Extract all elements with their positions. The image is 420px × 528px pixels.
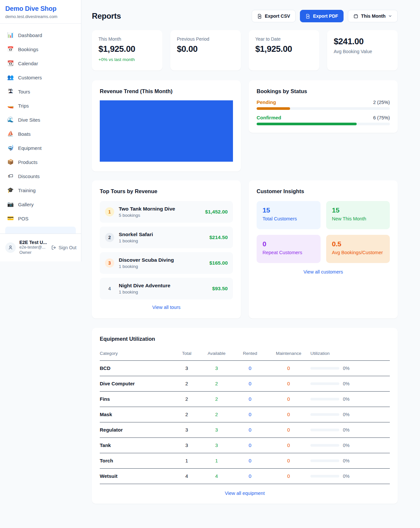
col-header-utilization: Utilization [310,348,390,361]
cell-rented: 0 [233,361,267,376]
utilization-percent: 0% [343,381,349,386]
col-header-rented: Rented [233,348,267,361]
utilization-percent: 0% [343,427,349,433]
utilization-bar [310,459,339,462]
customer-insights-card: Customer Insights 15 Total Customers 15 … [249,180,398,318]
table-row: Dive Computer 2 2 0 0 0% [100,376,390,392]
sign-out-button[interactable]: Sign Out [51,245,76,250]
stat-label: This Month [98,36,156,42]
tour-name: Two Tank Morning Dive [119,206,200,212]
sidebar-item-label: Bookings [18,47,38,52]
tour-row[interactable]: 4 Night Dive Adventure 1 booking $93.50 [100,278,233,299]
calendar-icon: 📆 [7,61,14,66]
sidebar-item[interactable]: ⛵ Boats [3,128,78,140]
tag-icon: 🏷 [7,173,14,179]
cell-available: 2 [200,392,233,407]
equipment-utilization-card: Equipment Utilization Category Total Ava… [92,328,398,504]
col-header-maintenance: Maintenance [267,348,310,361]
tour-amount: $165.00 [209,260,228,266]
person-icon [8,245,13,250]
graduation-cap-icon: 🎓 [7,188,14,193]
cell-utilization: 0% [310,453,390,469]
cell-total: 2 [174,392,200,407]
view-all-customers-link[interactable]: View all customers [304,269,343,274]
sidebar-item[interactable]: 👥 Customers [3,71,78,83]
tour-info: Night Dive Adventure 1 booking [119,283,208,294]
tour-row[interactable]: 2 Snorkel Safari 1 booking $214.50 [100,227,233,248]
sidebar-item[interactable]: 📅 Bookings [3,43,78,55]
stat-value: $1,925.00 [98,44,156,54]
status-bar-track [257,123,390,125]
view-all-tours-link[interactable]: View all tours [152,305,180,310]
utilization-bar [310,382,339,385]
sidebar-item[interactable]: 📷 Gallery [3,198,78,210]
cell-maintenance: 0 [267,361,310,376]
sidebar-item[interactable]: 💳 POS [3,213,78,224]
sidebar-item[interactable]: 📆 Calendar [3,57,78,69]
sidebar-item[interactable]: 🏝 Tours [3,86,78,97]
tour-bookings: 1 booking [119,290,208,294]
cell-utilization: 0% [310,407,390,422]
table-row: Torch 1 1 0 0 0% [100,453,390,469]
card-title: Equipment Utilization [100,336,390,342]
cell-total: 3 [174,422,200,438]
rank-badge: 3 [105,258,114,268]
insight-value: 0 [262,240,315,248]
utilization-bar [310,475,339,477]
cell-available: 2 [200,407,233,422]
sidebar-item[interactable]: 📊 Dashboard [3,29,78,41]
sign-out-icon [51,245,56,250]
cell-maintenance: 0 [267,407,310,422]
cell-utilization: 0% [310,422,390,438]
cell-category: Dive Computer [100,376,174,392]
sidebar-item-label: Gallery [18,202,34,207]
shop-name: Demo Dive Shop [5,5,76,12]
card-title: Bookings by Status [257,88,390,94]
tour-row[interactable]: 1 Two Tank Morning Dive 5 bookings $1,45… [100,201,233,223]
cell-maintenance: 0 [267,438,310,453]
tour-amount: $214.50 [209,234,228,240]
export-pdf-button[interactable]: Export PDF [300,10,344,22]
tour-name: Night Dive Adventure [119,283,208,289]
tour-row[interactable]: 3 Discover Scuba Diving 1 booking $165.0… [100,252,233,274]
sidebar-item-label: Discounts [18,173,40,179]
tour-amount: $93.50 [212,286,228,292]
sidebar-item[interactable]: 🏷 Discounts [3,170,78,182]
export-pdf-label: Export PDF [313,13,338,19]
table-row: Wetsuit 4 4 0 0 0% [100,469,390,484]
stat-value: $1,925.00 [255,44,313,54]
utilization-percent: 0% [343,458,349,463]
stat-card-avg-booking-value: $241.00 Avg Booking Value [327,30,398,71]
cell-available: 2 [200,376,233,392]
view-all-equipment-link[interactable]: View all equipment [225,491,264,496]
sidebar-item-label: Calendar [18,61,38,66]
cell-rented: 0 [233,469,267,484]
tour-name: Discover Scuba Diving [119,257,205,263]
sidebar-item[interactable]: 🎓 Training [3,184,78,196]
cell-utilization: 0% [310,438,390,453]
sidebar-item-reports-active[interactable] [5,227,76,234]
calendar-date-icon: 📅 [7,47,14,52]
rank-badge: 2 [105,233,114,242]
user-panel: E2E Test U... e2e-tester@... Owner Sign … [0,234,81,261]
cell-maintenance: 0 [267,469,310,484]
export-csv-button[interactable]: Export CSV [252,10,296,22]
tour-info: Snorkel Safari 1 booking [119,232,205,243]
stat-value: $0.00 [177,44,234,54]
cell-total: 2 [174,376,200,392]
sidebar-item[interactable]: 🤿 Equipment [3,142,78,154]
cell-total: 2 [174,407,200,422]
tour-name: Snorkel Safari [119,232,205,237]
cell-available: 4 [200,469,233,484]
insight-value: 0.5 [332,240,384,248]
period-dropdown[interactable]: This Month [348,10,398,22]
sidebar-item[interactable]: 📦 Products [3,156,78,168]
sidebar-item[interactable]: 🚤 Trips [3,100,78,112]
calendar-icon [353,14,358,19]
charts-row: Revenue Trend (This Month) Bookings by S… [92,80,398,172]
sailboat-icon: ⛵ [7,131,14,136]
sidebar-item[interactable]: 🌊 Dive Sites [3,114,78,126]
cell-utilization: 0% [310,361,390,376]
sidebar-nav: 📊 Dashboard 📅 Bookings 📆 Calendar 👥 Cust… [0,24,81,234]
insight-tiles: 15 Total Customers 15 New This Month 0 R… [257,201,390,263]
